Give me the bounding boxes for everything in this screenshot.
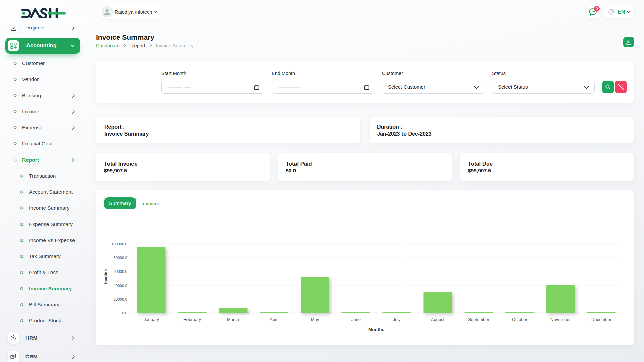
svg-text:March: March <box>227 317 239 322</box>
svg-text:January: January <box>144 317 159 322</box>
svg-text:Invoice: Invoice <box>104 269 108 284</box>
svg-text:February: February <box>183 317 201 322</box>
svg-text:August: August <box>431 317 445 322</box>
svg-text:December: December <box>591 317 612 322</box>
svg-text:June: June <box>351 317 361 322</box>
svg-text:May: May <box>311 317 319 322</box>
svg-text:20000.0: 20000.0 <box>113 297 127 301</box>
svg-text:Months: Months <box>368 327 384 332</box>
svg-text:40000.0: 40000.0 <box>113 284 127 288</box>
svg-text:July: July <box>393 317 401 322</box>
svg-text:November: November <box>550 317 571 322</box>
svg-text:October: October <box>512 317 528 322</box>
svg-text:80000.0: 80000.0 <box>113 256 127 260</box>
svg-text:September: September <box>468 317 489 322</box>
svg-text:April: April <box>270 317 278 322</box>
svg-text:0.0: 0.0 <box>122 311 127 315</box>
svg-text:100000.0: 100000.0 <box>111 242 127 246</box>
svg-text:60000.0: 60000.0 <box>113 269 127 274</box>
